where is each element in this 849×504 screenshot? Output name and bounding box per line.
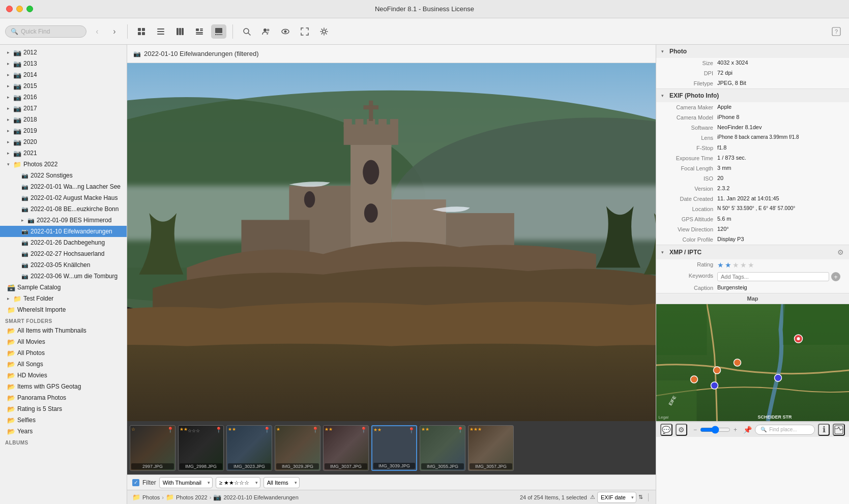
sidebar-item-eifelwanderungen[interactable]: 📷 2022-01-10 Eifelwanderungen — [0, 226, 127, 237]
rating-filter-select[interactable]: ≥ ★★☆☆☆ — [216, 477, 260, 488]
sidebar-item-hd-movies[interactable]: 📂 HD Movies — [0, 370, 127, 381]
detail-view-button[interactable] — [192, 24, 207, 39]
list-view-button[interactable] — [153, 24, 168, 39]
sidebar-item-2015[interactable]: 📷 2015 — [0, 80, 127, 92]
catalog-icon: 📷 — [21, 184, 28, 190]
sidebar-item-all-movies[interactable]: 📂 All Movies — [0, 336, 127, 347]
thumbnail-item-selected[interactable]: ★★ 📍 IMG_3039.JPG — [371, 425, 417, 471]
thumbnail-item[interactable]: ★★ 📍 IMG_3055.JPG — [420, 425, 465, 471]
settings-button[interactable] — [316, 24, 332, 39]
sidebar-item-years[interactable]: 📂 Years — [0, 426, 127, 437]
fullscreen-button[interactable] — [26, 6, 33, 12]
thumbnail-item[interactable]: ★★ 📍 IMG_3037.JPG — [323, 425, 369, 471]
map-toggle-button[interactable] — [833, 424, 845, 436]
sidebar-item-selfies[interactable]: 📂 Selfies — [0, 414, 127, 426]
filmstrip-view-button[interactable] — [211, 24, 226, 39]
xmp-section-header[interactable]: XMP / IPTC ⚙ — [656, 245, 849, 259]
zoom-slider[interactable] — [700, 426, 730, 434]
svg-rect-3 — [142, 32, 145, 35]
sidebar-item-whereisit[interactable]: 📁 WhereIsIt Importe — [0, 304, 127, 315]
sidebar-label: Selfies — [17, 417, 36, 424]
sidebar-item-2017[interactable]: 📷 2017 — [0, 103, 127, 114]
sidebar-item-bes-himmerod[interactable]: 📷 2022-01-09 BES Himmerod — [0, 215, 127, 226]
catalog-icon: 📷 — [13, 105, 21, 112]
rating-stars[interactable]: ★ ★ ★ ★ ★ — [717, 261, 754, 269]
people-button[interactable] — [258, 24, 274, 39]
sidebar-item-august-macke[interactable]: 📷 2022-01-02 August Macke Haus — [0, 192, 127, 203]
thumbnail-item[interactable]: ★ 📍 IMG_3029.JPG — [275, 425, 320, 471]
sort-select[interactable]: EXIF date — [597, 492, 636, 503]
thumb-stars: ★★ — [180, 427, 188, 432]
map-view[interactable]: Legal SCHEIDER STR EIFE — [656, 304, 849, 421]
sidebar-item-test-folder[interactable]: 📁 Test Folder — [0, 293, 127, 304]
sort-select-wrap[interactable]: EXIF date — [597, 492, 636, 503]
svg-rect-16 — [215, 34, 217, 35]
star-1[interactable]: ★ — [717, 261, 724, 269]
search-filter-button[interactable] — [239, 24, 254, 39]
sidebar-item-tomburg[interactable]: 📷 2022-03-06 W...um die Tomburg — [0, 271, 127, 282]
search-box[interactable]: 🔍 Quick Find — [5, 25, 86, 38]
settings-icon-button[interactable]: ⚙ — [676, 424, 688, 436]
eye-button[interactable] — [278, 24, 293, 39]
sidebar-item-2018[interactable]: 📷 2018 — [0, 114, 127, 125]
info-icon-button[interactable]: ℹ — [818, 424, 830, 436]
add-tag-button[interactable]: + — [831, 272, 840, 281]
sidebar-item-all-items-thumbnails[interactable]: 📂 All Items with Thumbnails — [0, 325, 127, 336]
thumbnail-item[interactable]: ☆ 📍 2997.JPG — [130, 425, 175, 471]
thumbnail-item[interactable]: ★★☆☆☆ 📍 IMG_2998.JPG — [178, 425, 224, 471]
sidebar-label: 2022-03-05 Knällchen — [31, 261, 90, 269]
sidebar-item-2013[interactable]: 📷 2013 — [0, 58, 127, 69]
svg-rect-51 — [656, 304, 707, 355]
photo-dpi-row: DPI 72 dpi — [656, 68, 849, 78]
close-button[interactable] — [6, 6, 13, 12]
thumbnail-filter-select-wrap[interactable]: With Thumbnail — [159, 477, 213, 488]
star-2[interactable]: ★ — [725, 261, 731, 269]
thumbnail-filter-select[interactable]: With Thumbnail — [159, 477, 213, 488]
exif-section-header[interactable]: EXIF (Photo Info) — [656, 89, 849, 102]
sidebar-item-knallchen[interactable]: 📷 2022-03-05 Knällchen — [0, 259, 127, 271]
comment-icon-button[interactable]: 💬 — [660, 424, 672, 436]
sidebar-item-photos-2022[interactable]: 📁 Photos 2022 — [0, 159, 127, 170]
sidebar-item-dachbegehung[interactable]: 📷 2022-01-26 Dachbegehung — [0, 237, 127, 248]
sidebar-item-2021[interactable]: 📷 2021 — [0, 147, 127, 159]
help-button[interactable]: ? — [829, 24, 844, 39]
sidebar-item-panorama[interactable]: 📂 Panorama Photos — [0, 392, 127, 403]
filter-checkbox[interactable]: ✓ — [132, 479, 139, 486]
fullscreen-view-button[interactable] — [297, 24, 312, 39]
items-filter-select[interactable]: All Items — [264, 477, 300, 488]
star-3[interactable]: ★ — [733, 261, 739, 269]
sidebar-item-all-songs[interactable]: 📂 All Songs — [0, 359, 127, 370]
sidebar-item-wa-laacher[interactable]: 📷 2022-01-01 Wa...ng Laacher See — [0, 181, 127, 192]
nav-forward-button[interactable]: › — [108, 25, 121, 38]
items-filter-select-wrap[interactable]: All Items — [264, 477, 300, 488]
sidebar-item-sample-catalog[interactable]: 🗃️ Sample Catalog — [0, 282, 127, 293]
keywords-input[interactable] — [717, 272, 829, 281]
xmp-gear-icon[interactable]: ⚙ — [837, 248, 844, 256]
sidebar-item-bes-bonn[interactable]: 📷 2022-01-08 BE...euzkirche Bonn — [0, 203, 127, 215]
photo-section-header[interactable]: Photo — [656, 45, 849, 58]
star-5[interactable]: ★ — [748, 261, 754, 269]
rating-filter-select-wrap[interactable]: ≥ ★★☆☆☆ — [216, 477, 260, 488]
sidebar-item-2022-sonstiges[interactable]: 📷 2022 Sonstiges — [0, 170, 127, 181]
sidebar-label: 2022-03-06 W...um die Tomburg — [31, 273, 118, 280]
nav-back-button[interactable]: ‹ — [91, 25, 104, 38]
place-search[interactable]: 🔍 Find place... — [755, 425, 815, 435]
star-4[interactable]: ★ — [740, 261, 747, 269]
sidebar-label: 2020 — [23, 138, 37, 145]
sidebar-item-gps-items[interactable]: 📂 Items with GPS Geotag — [0, 381, 127, 392]
sort-direction-icon[interactable]: ⇅ — [638, 494, 643, 500]
sidebar-item-hochsauerland[interactable]: 📷 2022-02-27 Hochsauerland — [0, 248, 127, 259]
column-view-button[interactable] — [172, 24, 188, 39]
thumbnail-item[interactable]: ★★★ IMG_3057.JPG — [468, 425, 514, 471]
minimize-button[interactable] — [16, 6, 23, 12]
sidebar-item-2019[interactable]: 📷 2019 — [0, 125, 127, 136]
sidebar-item-all-photos[interactable]: 📂 All Photos — [0, 347, 127, 359]
breadcrumb-sep-1: › — [162, 494, 164, 500]
sidebar-item-rating-5-stars[interactable]: 📂 Rating is 5 Stars — [0, 403, 127, 414]
sidebar-item-2016[interactable]: 📷 2016 — [0, 92, 127, 103]
sidebar-item-2012[interactable]: 📷 2012 — [0, 47, 127, 58]
thumbnail-item[interactable]: ★★ 📍 IMG_3023.JPG — [226, 425, 272, 471]
sidebar-item-2020[interactable]: 📷 2020 — [0, 136, 127, 147]
sidebar-item-2014[interactable]: 📷 2014 — [0, 69, 127, 80]
grid-view-button[interactable] — [134, 24, 149, 39]
